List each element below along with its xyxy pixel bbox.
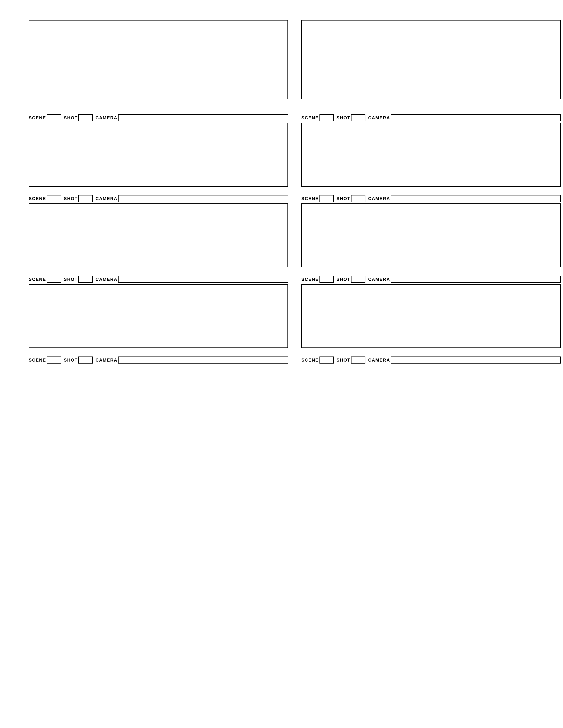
meta-row-6-right: SCENE SHOT CAMERA xyxy=(302,355,561,365)
shot-field-6l[interactable] xyxy=(78,356,93,364)
camera-field-3r[interactable] xyxy=(391,114,561,121)
camera-field-3l[interactable] xyxy=(118,114,288,121)
storyboard-cell-1 xyxy=(29,20,288,99)
scene-field-5l[interactable] xyxy=(47,276,61,283)
scene-field-6l[interactable] xyxy=(47,356,61,364)
scene-label: SCENE xyxy=(302,277,319,282)
scene-field-6r[interactable] xyxy=(320,356,334,364)
camera-label: CAMERA xyxy=(368,358,390,363)
shot-label: SHOT xyxy=(64,196,78,201)
camera-field-4r[interactable] xyxy=(391,195,561,202)
row-2: SCENE SHOT CAMERA SCENE SHOT CAMERA xyxy=(29,113,561,193)
scene-field-5r[interactable] xyxy=(320,276,334,283)
storyboard-cell-6: SCENE SHOT CAMERA xyxy=(302,193,561,267)
shot-field-4r[interactable] xyxy=(351,195,366,202)
camera-label: CAMERA xyxy=(368,277,390,282)
frame-image-2 xyxy=(302,20,561,99)
meta-row-3-left: SCENE SHOT CAMERA xyxy=(29,113,288,123)
scene-label: SCENE xyxy=(29,358,46,363)
storyboard-cell-4: SCENE SHOT CAMERA xyxy=(302,113,561,187)
shot-label: SHOT xyxy=(337,115,351,120)
shot-field-3l[interactable] xyxy=(78,114,93,121)
scene-field-3r[interactable] xyxy=(320,114,334,121)
scene-label: SCENE xyxy=(29,196,46,201)
shot-label: SHOT xyxy=(64,358,78,363)
page: SCENE SHOT CAMERA SCENE SHOT CAMERA xyxy=(13,9,563,728)
meta-row-4-left: SCENE SHOT CAMERA xyxy=(29,193,288,203)
shot-field-4l[interactable] xyxy=(78,195,93,202)
storyboard-cell-2 xyxy=(302,20,561,99)
camera-label: CAMERA xyxy=(368,115,390,120)
row-4: SCENE SHOT CAMERA SCENE SHOT CAMERA xyxy=(29,274,561,355)
scene-label: SCENE xyxy=(29,277,46,282)
camera-label: CAMERA xyxy=(368,196,390,201)
text-area-4l[interactable] xyxy=(29,203,288,267)
camera-label: CAMERA xyxy=(95,358,117,363)
storyboard-cell-9: SCENE SHOT CAMERA xyxy=(29,355,288,365)
frame-image-1 xyxy=(29,20,288,99)
storyboard-cell-10: SCENE SHOT CAMERA xyxy=(302,355,561,365)
meta-row-5-left: SCENE SHOT CAMERA xyxy=(29,274,288,284)
shot-label: SHOT xyxy=(64,115,78,120)
shot-label: SHOT xyxy=(64,277,78,282)
scene-field-3l[interactable] xyxy=(47,114,61,121)
meta-row-6-left: SCENE SHOT CAMERA xyxy=(29,355,288,365)
text-area-5l[interactable] xyxy=(29,284,288,348)
camera-label: CAMERA xyxy=(95,277,117,282)
scene-label: SCENE xyxy=(302,115,319,120)
shot-label: SHOT xyxy=(337,358,351,363)
row-5: SCENE SHOT CAMERA SCENE SHOT CAMERA xyxy=(29,355,561,372)
camera-field-6r[interactable] xyxy=(391,356,561,364)
shot-field-6r[interactable] xyxy=(351,356,366,364)
text-area-5r[interactable] xyxy=(302,284,561,348)
text-area-4r[interactable] xyxy=(302,203,561,267)
text-area-3l[interactable] xyxy=(29,123,288,187)
shot-field-5r[interactable] xyxy=(351,276,366,283)
meta-row-5-right: SCENE SHOT CAMERA xyxy=(302,274,561,284)
meta-row-3-right: SCENE SHOT CAMERA xyxy=(302,113,561,123)
camera-field-6l[interactable] xyxy=(118,356,288,364)
scene-field-4r[interactable] xyxy=(320,195,334,202)
scene-label: SCENE xyxy=(29,115,46,120)
row-1 xyxy=(29,20,561,106)
shot-label: SHOT xyxy=(337,277,351,282)
scene-field-4l[interactable] xyxy=(47,195,61,202)
camera-field-4l[interactable] xyxy=(118,195,288,202)
scene-label: SCENE xyxy=(302,196,319,201)
shot-field-5l[interactable] xyxy=(78,276,93,283)
storyboard-cell-8: SCENE SHOT CAMERA xyxy=(302,274,561,348)
shot-label: SHOT xyxy=(337,196,351,201)
scene-label: SCENE xyxy=(302,358,319,363)
camera-label: CAMERA xyxy=(95,196,117,201)
shot-field-3r[interactable] xyxy=(351,114,366,121)
camera-field-5l[interactable] xyxy=(118,276,288,283)
text-area-3r[interactable] xyxy=(302,123,561,187)
storyboard-cell-5: SCENE SHOT CAMERA xyxy=(29,193,288,267)
storyboard-cell-7: SCENE SHOT CAMERA xyxy=(29,274,288,348)
row-3: SCENE SHOT CAMERA SCENE SHOT CAMERA xyxy=(29,193,561,274)
storyboard-cell-3: SCENE SHOT CAMERA xyxy=(29,113,288,187)
camera-label: CAMERA xyxy=(95,115,117,120)
camera-field-5r[interactable] xyxy=(391,276,561,283)
meta-row-4-right: SCENE SHOT CAMERA xyxy=(302,193,561,203)
